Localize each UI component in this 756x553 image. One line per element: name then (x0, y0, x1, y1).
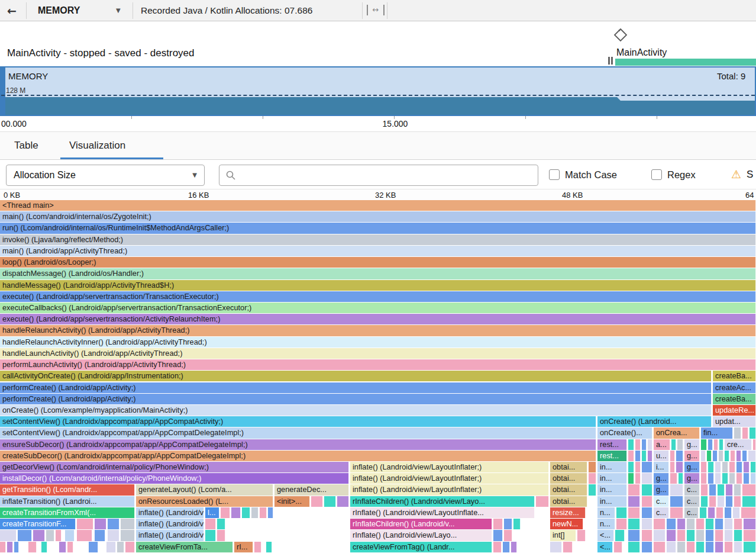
flame-segment[interactable]: n... (597, 507, 615, 518)
flame-segment[interactable]: c... (684, 496, 700, 507)
flame-fragment[interactable] (719, 439, 723, 450)
flame-segment[interactable]: execute() (Landroid/app/servertransactio… (0, 291, 756, 302)
flame-segment[interactable]: performLaunchActivity() (Landroid/app/Ac… (0, 359, 756, 370)
back-button[interactable]: ← (4, 2, 20, 19)
flame-segment[interactable]: ensureSubDecor() (Landroidx/appcompat/ap… (0, 439, 596, 450)
flame-segment[interactable]: g... (684, 439, 700, 450)
flame-fragment[interactable] (108, 530, 119, 541)
flame-fragment[interactable] (734, 530, 742, 541)
flame-fragment[interactable] (205, 530, 216, 541)
flame-fragment[interactable] (77, 519, 93, 529)
flame-fragment[interactable] (628, 496, 640, 507)
flame-segment[interactable]: generateLayout() (Lcom/a... (136, 484, 273, 495)
flame-segment[interactable]: execute() (Landroid/app/servertransactio… (0, 314, 756, 324)
flame-fragment[interactable] (67, 542, 73, 552)
flame-fragment[interactable] (614, 542, 622, 552)
flame-fragment[interactable] (117, 542, 124, 552)
flame-fragment[interactable] (731, 451, 735, 461)
match-case-checkbox[interactable] (549, 169, 560, 180)
flame-fragment[interactable] (635, 462, 641, 472)
flame-segment[interactable]: handleRelaunchActivityInner() (Landroid/… (0, 337, 756, 348)
flame-fragment[interactable] (242, 507, 250, 518)
flame-fragment[interactable] (14, 542, 19, 552)
flame-fragment[interactable] (677, 542, 686, 552)
flame-fragment[interactable] (715, 462, 721, 472)
flame-fragment[interactable] (670, 507, 683, 518)
flame-fragment[interactable] (733, 507, 740, 518)
flame-fragment[interactable] (709, 484, 716, 495)
flame-segment[interactable]: a... (654, 439, 670, 450)
flame-segment[interactable]: inflateTransition() (Landroi... (0, 496, 135, 507)
flame-fragment[interactable] (635, 439, 641, 450)
flame-fragment[interactable] (56, 530, 62, 541)
flame-fragment[interactable] (677, 439, 683, 450)
flame-fragment[interactable] (654, 530, 665, 541)
flame-segment[interactable]: createAc... (713, 382, 756, 393)
flame-segment[interactable]: main() (Lcom/android/internal/os/ZygoteI… (0, 211, 756, 222)
flame-fragment[interactable] (706, 530, 714, 541)
flame-fragment[interactable] (736, 451, 741, 461)
flame-fragment[interactable] (706, 542, 714, 552)
flame-fragment[interactable] (687, 530, 695, 541)
flame-fragment[interactable] (701, 484, 708, 495)
flame-fragment[interactable] (106, 542, 116, 552)
flame-segment[interactable]: invoke() (Ljava/lang/reflect/Method;) (0, 234, 756, 245)
flame-fragment[interactable] (642, 507, 652, 518)
flame-fragment[interactable] (709, 496, 716, 507)
flame-fragment[interactable] (28, 542, 37, 552)
flame-fragment[interactable] (741, 507, 756, 518)
flame-fragment[interactable] (89, 542, 98, 552)
flame-fragment[interactable] (687, 542, 695, 552)
flame-fragment[interactable] (679, 473, 683, 484)
flame-fragment[interactable] (616, 507, 627, 518)
flame-segment[interactable]: fin... (701, 427, 733, 438)
flame-fragment[interactable] (744, 473, 749, 484)
flame-fragment[interactable] (677, 519, 686, 529)
flame-fragment[interactable] (676, 462, 683, 472)
flame-fragment[interactable] (670, 496, 683, 507)
flame-segment[interactable]: c... (654, 496, 669, 507)
flame-fragment[interactable] (667, 542, 676, 552)
flame-fragment[interactable] (217, 519, 225, 529)
flame-segment[interactable]: executeCallbacks() (Landroid/app/servert… (0, 303, 756, 313)
flame-fragment[interactable] (696, 519, 705, 529)
flame-segment[interactable]: g... (654, 473, 669, 484)
flame-segment[interactable]: i... (654, 462, 669, 472)
flame-fragment[interactable] (628, 473, 634, 484)
flame-fragment[interactable] (742, 427, 748, 438)
flame-segment[interactable]: obtai... (550, 462, 587, 472)
flame-fragment[interactable] (751, 473, 756, 484)
flame-segment[interactable]: inflate() (Landroid/view/LayoutInflater;… (350, 484, 549, 495)
flame-segment[interactable]: u... (654, 451, 669, 461)
flame-segment[interactable]: getDecorView() (Lcom/android/internal/po… (0, 462, 349, 472)
flame-segment[interactable]: inflate() (Landroid/view/LayoutInflater;… (350, 462, 549, 472)
flame-fragment[interactable] (736, 462, 742, 472)
flame-fragment[interactable] (654, 542, 665, 552)
flame-fragment[interactable] (628, 507, 640, 518)
flame-fragment[interactable] (41, 542, 47, 552)
flame-fragment[interactable] (503, 542, 510, 552)
flame-fragment[interactable] (205, 519, 216, 529)
timeline-axis[interactable]: 00.000 15.000 (0, 116, 756, 131)
flame-fragment[interactable] (577, 530, 586, 541)
flame-fragment[interactable] (734, 484, 741, 495)
flame-segment[interactable]: rInflateChildren() (Landroid/v... (350, 519, 492, 529)
flame-fragment[interactable] (708, 507, 715, 518)
flame-fragment[interactable] (95, 519, 106, 529)
memory-track[interactable]: MEMORY Total: 9 128 M (0, 66, 756, 116)
flame-segment[interactable]: l... (205, 507, 219, 518)
flame-fragment[interactable] (18, 530, 32, 541)
flame-segment[interactable]: g... (684, 451, 700, 461)
flame-fragment[interactable] (221, 507, 230, 518)
flame-fragment[interactable] (46, 530, 54, 541)
flame-fragment[interactable] (725, 451, 729, 461)
flame-segment[interactable]: createBa... (713, 394, 756, 404)
flame-segment[interactable]: g... (654, 484, 669, 495)
search-input[interactable] (240, 166, 535, 184)
flame-segment[interactable]: <Thread main> (0, 200, 756, 211)
flame-fragment[interactable] (642, 484, 652, 495)
flame-fragment[interactable] (125, 542, 135, 552)
flame-fragment[interactable] (670, 484, 683, 495)
flame-fragment[interactable] (742, 484, 756, 495)
flame-fragment[interactable] (701, 473, 707, 484)
